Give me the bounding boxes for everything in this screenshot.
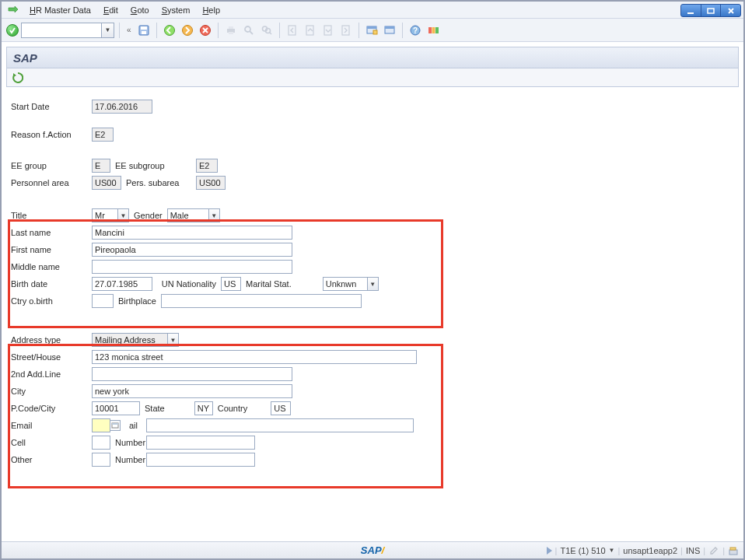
line2-label: 2nd Add.Line [6,369,92,379]
personnel-area-field[interactable]: US00 [92,176,121,190]
enter-button[interactable] [6,24,19,37]
find-next-icon [259,23,275,38]
pers-subarea-label: Pers. subarea [121,178,196,187]
svg-text:?: ? [413,26,418,35]
un-nat-label: UN Nationality [152,279,221,289]
email-code-field[interactable] [92,418,110,432]
status-abap-icon[interactable] [728,545,739,556]
svg-point-8 [182,25,192,35]
ctry-birth-label: Ctry o.birth [6,296,92,306]
svg-rect-32 [432,27,435,33]
svg-rect-31 [428,27,432,33]
other-code-field[interactable] [92,453,110,467]
last-name-field[interactable]: Mancini [92,226,292,240]
middle-name-field[interactable] [92,260,292,274]
svg-point-15 [245,26,250,32]
f4-help-icon[interactable] [110,420,121,431]
first-name-field[interactable]: Pireopaola [92,243,292,257]
shortcut-icon[interactable] [382,23,397,38]
street-field[interactable]: 123 monica street [92,350,417,364]
menu-edit[interactable]: Edit [97,2,124,19]
restore-button[interactable] [701,5,722,16]
pcode-label: P.Code/City [6,404,92,413]
svg-rect-37 [729,550,737,555]
pers-subarea-field[interactable]: US00 [196,176,226,190]
save-icon[interactable] [136,23,152,38]
cell-number-field[interactable] [146,436,255,450]
email-label: Email [6,421,92,430]
title-field[interactable]: Mr▼ [92,208,129,222]
back-icon[interactable] [162,23,177,38]
city-field[interactable]: new york [92,384,292,398]
status-session: T1E (1) 510 [560,546,605,555]
title-banner: SAP [6,47,739,68]
other-number-field[interactable] [146,453,255,467]
title-label: Title [6,211,92,220]
menu-goto[interactable]: Goto [124,2,156,19]
status-server: unsapt1eapp2 [623,546,677,555]
menu-system[interactable]: System [156,2,197,19]
help-icon[interactable]: ? [407,23,423,38]
menu-hr-master-data[interactable]: HR Master Data [23,2,97,19]
status-edit-icon[interactable] [708,545,719,556]
line2-field[interactable] [92,367,292,381]
session-dropdown-icon[interactable]: ▼ [609,547,615,554]
layout-icon[interactable] [425,23,441,38]
personnel-area-label: Personnel area [6,178,92,187]
country-field[interactable]: US [271,401,291,415]
reason-field[interactable]: E2 [92,128,114,142]
dropdown-icon[interactable]: ▼ [117,209,128,222]
svg-rect-33 [435,27,439,33]
birth-date-field[interactable]: 27.07.1985 [92,277,152,291]
close-button[interactable] [721,5,740,16]
prev-page-icon [303,23,318,38]
svg-rect-23 [342,26,349,35]
app-menu-icon[interactable] [6,4,19,16]
collapse-icon[interactable]: « [124,26,134,34]
gender-field[interactable]: Male▼ [167,208,220,222]
svg-rect-36 [112,423,118,425]
svg-rect-26 [373,30,377,34]
marital-label: Marital Stat. [241,279,296,289]
un-nat-field[interactable]: US [221,277,241,291]
svg-point-7 [164,25,174,35]
dropdown-icon[interactable]: ▼ [367,278,378,290]
reason-label: Reason f.Action [6,130,92,139]
command-dropdown-icon[interactable]: ▼ [101,23,114,37]
state-label: State [140,404,170,413]
dropdown-icon[interactable]: ▼ [167,334,178,346]
cell-code-field[interactable] [92,436,110,450]
pcode-field[interactable]: 10001 [92,401,140,415]
ee-subgroup-field[interactable]: E2 [196,159,218,173]
addr-type-field[interactable]: Mailing Address▼ [92,333,179,347]
state-field[interactable]: NY [194,401,213,415]
cancel-icon[interactable] [198,23,213,38]
ctry-birth-field[interactable] [92,294,114,308]
svg-line-16 [250,31,253,34]
marital-field[interactable]: Unknwn▼ [323,277,379,291]
svg-rect-38 [730,548,736,550]
svg-marker-34 [13,73,16,77]
status-mode: INS [686,546,700,555]
email-field[interactable] [146,418,414,432]
mail-sublabel: ail [124,421,146,430]
svg-rect-28 [385,26,394,29]
other-label: Other [6,455,92,464]
menu-help[interactable]: Help [196,2,226,19]
start-date-field[interactable]: 17.06.2016 [92,100,152,114]
cell-number-sublabel: Number [110,438,146,447]
ee-subgroup-label: EE subgroup [110,161,196,170]
birthplace-field[interactable] [161,294,362,308]
command-field[interactable]: ▼ [21,23,114,38]
last-page-icon [338,23,354,38]
execute-icon[interactable] [12,72,24,84]
minimize-button[interactable] [681,5,701,16]
title-text: SAP [13,51,37,65]
svg-rect-25 [367,26,376,29]
dropdown-icon[interactable]: ▼ [208,209,219,222]
ee-group-field[interactable]: E [92,159,110,173]
new-session-icon[interactable] [364,23,379,38]
exit-icon[interactable] [180,23,195,38]
status-expand-icon[interactable] [547,547,552,555]
application-toolbar [6,68,739,87]
